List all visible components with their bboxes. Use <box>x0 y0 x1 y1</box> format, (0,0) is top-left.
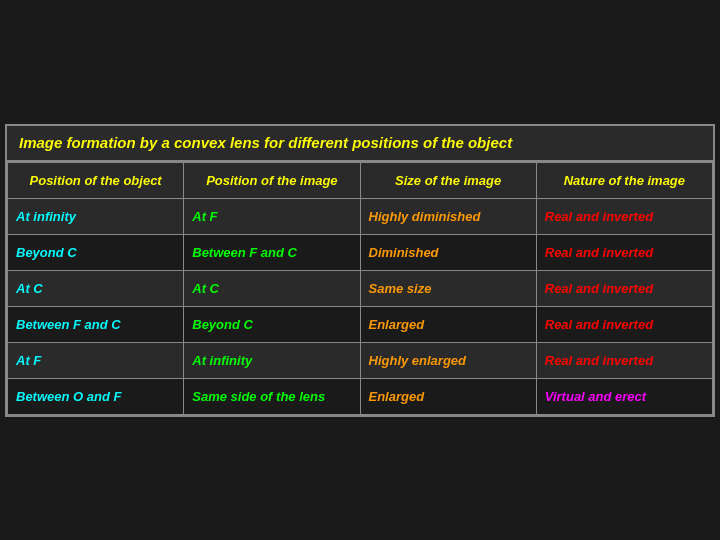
header-col4: Nature of the image <box>536 162 712 198</box>
cell-image-position: At F <box>184 198 360 234</box>
cell-object-position: Between F and C <box>8 306 184 342</box>
header-col3: Size of the image <box>360 162 536 198</box>
cell-image-position: Same side of the lens <box>184 378 360 414</box>
lens-table: Position of the object Position of the i… <box>7 162 713 415</box>
page-title: Image formation by a convex lens for dif… <box>19 134 512 151</box>
table-row: At infinityAt FHighly diminishedReal and… <box>8 198 713 234</box>
cell-image-nature: Real and inverted <box>536 198 712 234</box>
cell-image-size: Enlarged <box>360 306 536 342</box>
cell-image-nature: Virtual and erect <box>536 378 712 414</box>
cell-image-position: At C <box>184 270 360 306</box>
table-row: At CAt CSame sizeReal and inverted <box>8 270 713 306</box>
cell-image-size: Highly diminished <box>360 198 536 234</box>
cell-object-position: At F <box>8 342 184 378</box>
header-col1: Position of the object <box>8 162 184 198</box>
cell-image-nature: Real and inverted <box>536 270 712 306</box>
header-col2: Position of the image <box>184 162 360 198</box>
cell-image-nature: Real and inverted <box>536 342 712 378</box>
table-row: At FAt infinityHighly enlargedReal and i… <box>8 342 713 378</box>
cell-image-position: At infinity <box>184 342 360 378</box>
cell-object-position: At infinity <box>8 198 184 234</box>
cell-object-position: At C <box>8 270 184 306</box>
cell-image-size: Highly enlarged <box>360 342 536 378</box>
cell-object-position: Beyond C <box>8 234 184 270</box>
table-row: Between F and CBeyond CEnlargedReal and … <box>8 306 713 342</box>
cell-image-position: Beyond C <box>184 306 360 342</box>
title-bar: Image formation by a convex lens for dif… <box>7 126 713 162</box>
header-row: Position of the object Position of the i… <box>8 162 713 198</box>
cell-image-size: Diminished <box>360 234 536 270</box>
cell-image-size: Enlarged <box>360 378 536 414</box>
table-row: Between O and FSame side of the lensEnla… <box>8 378 713 414</box>
cell-image-nature: Real and inverted <box>536 306 712 342</box>
cell-image-position: Between F and C <box>184 234 360 270</box>
cell-object-position: Between O and F <box>8 378 184 414</box>
cell-image-nature: Real and inverted <box>536 234 712 270</box>
cell-image-size: Same size <box>360 270 536 306</box>
table-row: Beyond CBetween F and CDiminishedReal an… <box>8 234 713 270</box>
main-container: Image formation by a convex lens for dif… <box>5 124 715 417</box>
